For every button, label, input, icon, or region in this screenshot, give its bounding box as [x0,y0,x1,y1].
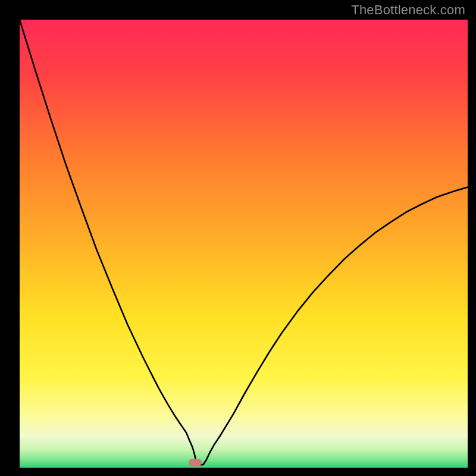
plot-area [20,20,468,468]
optimum-marker [189,459,202,466]
watermark-text: TheBottleneck.com [351,2,465,18]
bottleneck-curve [20,20,468,468]
chart-frame: TheBottleneck.com [0,0,476,476]
